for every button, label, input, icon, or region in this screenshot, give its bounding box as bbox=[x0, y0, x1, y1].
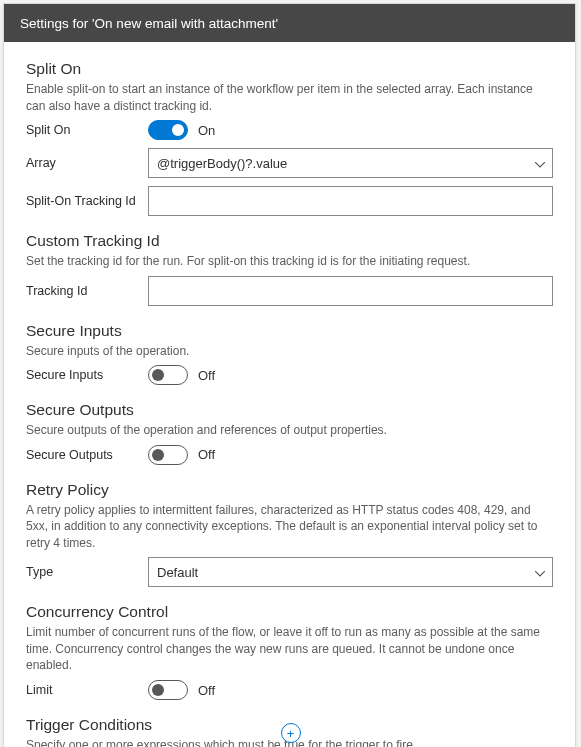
secure-inputs-toggle-label: Secure Inputs bbox=[26, 368, 148, 382]
section-retry-policy: Retry Policy A retry policy applies to i… bbox=[26, 481, 553, 588]
secure-outputs-desc: Secure outputs of the operation and refe… bbox=[26, 422, 553, 439]
secure-inputs-desc: Secure inputs of the operation. bbox=[26, 343, 553, 360]
secure-inputs-toggle[interactable] bbox=[148, 365, 188, 385]
array-select[interactable] bbox=[148, 148, 553, 178]
retry-type-label: Type bbox=[26, 565, 148, 579]
section-concurrency: Concurrency Control Limit number of conc… bbox=[26, 603, 553, 700]
concurrency-toggle-state: Off bbox=[198, 683, 215, 698]
secure-outputs-toggle-state: Off bbox=[198, 447, 215, 462]
split-on-toggle-state: On bbox=[198, 123, 215, 138]
secure-outputs-title: Secure Outputs bbox=[26, 401, 553, 419]
retry-desc: A retry policy applies to intermittent f… bbox=[26, 502, 553, 552]
custom-tracking-desc: Set the tracking id for the run. For spl… bbox=[26, 253, 553, 270]
split-tracking-input[interactable] bbox=[148, 186, 553, 216]
split-on-toggle[interactable] bbox=[148, 120, 188, 140]
custom-tracking-title: Custom Tracking Id bbox=[26, 232, 553, 250]
split-on-title: Split On bbox=[26, 60, 553, 78]
concurrency-title: Concurrency Control bbox=[26, 603, 553, 621]
concurrency-desc: Limit number of concurrent runs of the f… bbox=[26, 624, 553, 674]
array-label: Array bbox=[26, 156, 148, 170]
section-split-on: Split On Enable split-on to start an ins… bbox=[26, 60, 553, 216]
section-secure-inputs: Secure Inputs Secure inputs of the opera… bbox=[26, 322, 553, 386]
section-custom-tracking: Custom Tracking Id Set the tracking id f… bbox=[26, 232, 553, 306]
split-on-toggle-label: Split On bbox=[26, 123, 148, 137]
concurrency-toggle[interactable] bbox=[148, 680, 188, 700]
secure-inputs-title: Secure Inputs bbox=[26, 322, 553, 340]
retry-title: Retry Policy bbox=[26, 481, 553, 499]
tracking-id-label: Tracking Id bbox=[26, 284, 148, 298]
secure-outputs-toggle[interactable] bbox=[148, 445, 188, 465]
tracking-id-input[interactable] bbox=[148, 276, 553, 306]
panel-title: Settings for 'On new email with attachme… bbox=[4, 4, 575, 42]
secure-inputs-toggle-state: Off bbox=[198, 368, 215, 383]
concurrency-toggle-label: Limit bbox=[26, 683, 148, 697]
secure-outputs-toggle-label: Secure Outputs bbox=[26, 448, 148, 462]
split-tracking-label: Split-On Tracking Id bbox=[26, 194, 148, 208]
add-step-button[interactable]: + bbox=[281, 723, 301, 743]
plus-icon: + bbox=[287, 727, 295, 740]
section-secure-outputs: Secure Outputs Secure outputs of the ope… bbox=[26, 401, 553, 465]
split-on-desc: Enable split-on to start an instance of … bbox=[26, 81, 553, 114]
retry-type-select[interactable] bbox=[148, 557, 553, 587]
settings-panel: Settings for 'On new email with attachme… bbox=[3, 3, 576, 747]
panel-content: Split On Enable split-on to start an ins… bbox=[4, 42, 575, 747]
